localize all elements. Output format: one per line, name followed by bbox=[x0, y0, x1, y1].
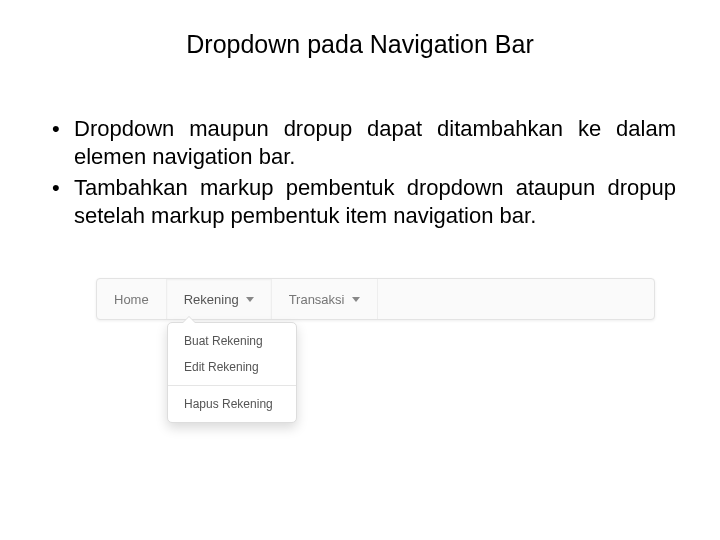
bullet-list: Dropdown maupun dropup dapat ditambahkan… bbox=[46, 115, 676, 233]
nav-item-label: Home bbox=[114, 292, 149, 307]
bullet-item: Tambahkan markup pembentuk dropdown atau… bbox=[46, 174, 676, 229]
nav-item-transaksi[interactable]: Transaksi bbox=[272, 279, 378, 319]
nav-item-rekening[interactable]: Rekening bbox=[167, 279, 272, 319]
nav-item-label: Rekening bbox=[184, 292, 239, 307]
slide-title: Dropdown pada Navigation Bar bbox=[0, 30, 720, 59]
navbar: Home Rekening Transaksi bbox=[96, 278, 655, 320]
nav-item-label: Transaksi bbox=[289, 292, 345, 307]
caret-down-icon bbox=[246, 297, 254, 302]
dropdown-divider bbox=[168, 385, 296, 386]
dropdown-item-hapus[interactable]: Hapus Rekening bbox=[168, 391, 296, 417]
dropdown-item-edit[interactable]: Edit Rekening bbox=[168, 354, 296, 380]
bullet-item: Dropdown maupun dropup dapat ditambahkan… bbox=[46, 115, 676, 170]
caret-down-icon bbox=[352, 297, 360, 302]
dropdown-menu: Buat Rekening Edit Rekening Hapus Rekeni… bbox=[167, 322, 297, 423]
nav-item-home[interactable]: Home bbox=[97, 279, 167, 319]
dropdown-item-buat[interactable]: Buat Rekening bbox=[168, 328, 296, 354]
navbar-example: Home Rekening Transaksi Buat Rekening Ed… bbox=[96, 278, 655, 320]
